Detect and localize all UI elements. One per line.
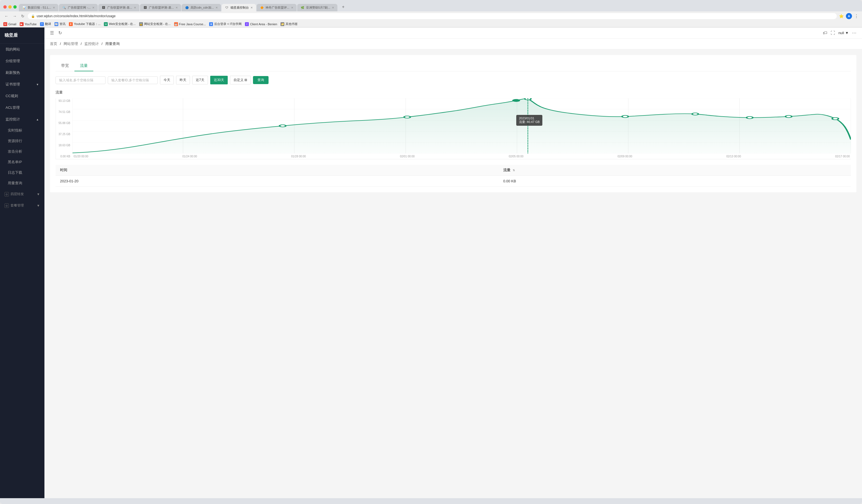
filter-bar: 今天 昨天 近7天 近30天 自定义 ⊞ 查询 xyxy=(55,76,851,84)
domain-input[interactable] xyxy=(55,76,106,84)
fullscreen-icon[interactable]: ⛶ xyxy=(831,30,835,36)
topbar-right: 🏷 ⛶ null ▼ ⋯ xyxy=(823,30,857,36)
maximize-button[interactable] xyxy=(13,5,17,9)
sidebar-sub-item-用量查询[interactable]: 用量查询 xyxy=(0,178,44,188)
bookmark-资讯[interactable]: 📰资讯 xyxy=(54,22,66,26)
last30days-button[interactable]: 近30天 xyxy=(210,76,228,84)
sidebar-item-证书管理[interactable]: 证书管理▼ xyxy=(0,79,44,90)
svg-point-15 xyxy=(404,116,410,118)
sidebar-sub-item-攻击分析[interactable]: 攻击分析 xyxy=(0,146,44,157)
tab-close-icon[interactable]: ✕ xyxy=(216,6,218,9)
bookmark-Web安全检测---在...[interactable]: WWeb安全检测 - 在... xyxy=(104,22,135,26)
profile-icon[interactable]: A xyxy=(846,13,852,19)
sidebar-sub-item-黑名单IP[interactable]: 黑名单IP xyxy=(0,157,44,167)
table-header: 时间 流量 ⇅ xyxy=(55,165,851,176)
dropdown-arrow-icon: ▼ xyxy=(845,31,849,35)
bookmark-Youtube-下载器：...[interactable]: ⬇Youtube 下载器：... xyxy=(69,22,101,26)
bookmark-label: 网站安全检测 - 在... xyxy=(144,22,171,26)
yesterday-button[interactable]: 昨天 xyxy=(176,76,190,84)
sidebar-item-我的网站[interactable]: 我的网站 xyxy=(0,43,44,55)
tab-label: 神舟广告联盟评... xyxy=(265,5,289,10)
topbar-left: ☰ ↻ xyxy=(50,30,62,36)
browser-tab-1[interactable]: 📊数据日报 - 51.L...✕ xyxy=(19,4,58,11)
bookmark-label: YouTube xyxy=(25,23,37,26)
breadcrumb-current: 用量查询 xyxy=(105,42,120,46)
last7days-button[interactable]: 近7天 xyxy=(192,76,208,84)
time-column-header: 时间 xyxy=(55,165,499,176)
breadcrumb-site-management[interactable]: 网站管理 xyxy=(64,42,78,46)
url-bar[interactable]: 🔒 user.wjdun.cn/console/index.html#/site… xyxy=(28,13,837,19)
custom-date-button[interactable]: 自定义 ⊞ xyxy=(230,76,251,84)
tab-label: 稳坚盾控制台 xyxy=(231,5,249,10)
bookmark-翻译[interactable]: T翻译 xyxy=(40,22,51,26)
chart-svg xyxy=(73,98,851,154)
reload-button[interactable]: ↻ xyxy=(20,13,26,19)
bookmark-Client-Area---Benien[interactable]: CClient Area - Benien xyxy=(245,22,277,26)
bookmark-favicon: M xyxy=(3,22,7,26)
sidebar-sub-item-日志下载[interactable]: 日志下载 xyxy=(0,167,44,178)
close-button[interactable] xyxy=(3,5,6,9)
menu-icon[interactable]: ⋮ xyxy=(854,14,859,19)
tab-close-icon[interactable]: ✕ xyxy=(250,6,253,9)
more-options-icon[interactable]: ⋯ xyxy=(852,30,857,36)
bookmark-YouTube[interactable]: ▶YouTube xyxy=(20,22,37,26)
browser-tab-4[interactable]: 🅰广告联盟评测-基...✕ xyxy=(140,4,181,11)
tab-traffic[interactable]: 流量 xyxy=(75,61,93,71)
sidebar-item-CC规则[interactable]: CC规则 xyxy=(0,90,44,102)
menu-toggle-icon[interactable]: ☰ xyxy=(50,30,54,36)
tab-favicon: 🔵 xyxy=(185,6,189,10)
extensions-icon: ⭐ xyxy=(839,14,844,18)
sidebar-item-分组管理[interactable]: 分组管理 xyxy=(0,55,44,67)
data-table: 时间 流量 ⇅ 2023-01-20 0.00 KB xyxy=(55,165,851,187)
bookmark-favicon: ▶ xyxy=(20,22,24,26)
tab-close-icon[interactable]: ✕ xyxy=(175,6,178,9)
bookmark-Gmail[interactable]: MGmail xyxy=(3,22,16,26)
title-bar: 📊数据日报 - 51.L...✕🔍广告联盟官网 -...✕🅰广告联盟评测-基..… xyxy=(0,0,862,11)
tab-close-icon[interactable]: ✕ xyxy=(332,6,334,9)
tab-close-icon[interactable]: ✕ xyxy=(134,6,136,9)
bookmark-other-folders[interactable]: 📁其他书签 xyxy=(280,22,298,26)
tab-favicon: 📊 xyxy=(22,6,26,10)
tag-icon[interactable]: 🏷 xyxy=(823,30,827,36)
new-tab-button[interactable]: + xyxy=(340,4,347,10)
breadcrumb-monitor-stats[interactable]: 监控统计 xyxy=(84,42,99,46)
bookmark-网站安全检测---在...[interactable]: 🔒网站安全检测 - 在... xyxy=(139,22,171,26)
browser-tab-5[interactable]: 🔵高防cdn_cdn加...✕ xyxy=(182,4,221,11)
table-body: 2023-01-20 0.00 KB xyxy=(55,176,851,187)
sidebar-section-套餐管理[interactable]: ◎套餐管理▼ xyxy=(0,200,44,211)
tab-label: 广告联盟官网 -... xyxy=(68,5,91,10)
browser-tab-6[interactable]: 🛡稳坚盾控制台✕ xyxy=(222,4,256,11)
back-button[interactable]: ← xyxy=(3,13,10,19)
tab-close-icon[interactable]: ✕ xyxy=(92,6,94,9)
bookmark-后台登录-<-IT自学网[interactable]: 🖥后台登录 < IT自学网 xyxy=(209,22,241,26)
sidebar-sub-item-资源排行[interactable]: 资源排行 xyxy=(0,136,44,146)
forward-button[interactable]: → xyxy=(12,13,18,19)
browser-tab-8[interactable]: 🌿亚洲赞助5月7刷...✕ xyxy=(297,4,337,11)
package-input[interactable] xyxy=(108,76,158,84)
sidebar-item-刷新预热[interactable]: 刷新预热 xyxy=(0,67,44,79)
breadcrumb-home[interactable]: 首页 xyxy=(50,42,57,46)
browser-tab-7[interactable]: 🔶神舟广告联盟评...✕ xyxy=(257,4,297,11)
browser-tab-2[interactable]: 🔍广告联盟官网 -...✕ xyxy=(59,4,98,11)
traffic-column-header[interactable]: 流量 ⇅ xyxy=(499,165,851,176)
svg-point-22 xyxy=(832,118,838,120)
tab-close-icon[interactable]: ✕ xyxy=(53,6,55,9)
tab-close-icon[interactable]: ✕ xyxy=(291,6,293,9)
time-cell: 2023-01-20 xyxy=(55,176,499,187)
bookmark-label: Gmail xyxy=(8,23,16,26)
sidebar-section-四层转发[interactable]: ◎四层转发▼ xyxy=(0,188,44,200)
tab-favicon: 🌿 xyxy=(300,6,304,10)
minimize-button[interactable] xyxy=(8,5,12,9)
refresh-icon[interactable]: ↻ xyxy=(58,30,62,36)
browser-tab-3[interactable]: 🅰广告联盟评测-基...✕ xyxy=(98,4,140,11)
chart-title: 流量 xyxy=(55,90,851,95)
query-button[interactable]: 查询 xyxy=(253,76,269,84)
today-button[interactable]: 今天 xyxy=(160,76,174,84)
user-dropdown[interactable]: null ▼ xyxy=(838,31,849,35)
section-arrow-icon: ▼ xyxy=(37,192,40,196)
bookmark-Free-Java-Course...[interactable]: ☕Free Java Course... xyxy=(174,22,206,26)
sidebar-item-ACL管理[interactable]: ACL管理 xyxy=(0,102,44,114)
tab-bandwidth[interactable]: 带宽 xyxy=(55,61,75,71)
sidebar-sub-item-实时指标[interactable]: 实时指标 xyxy=(0,125,44,136)
sidebar-item-监控统计[interactable]: 监控统计▲ xyxy=(0,114,44,125)
